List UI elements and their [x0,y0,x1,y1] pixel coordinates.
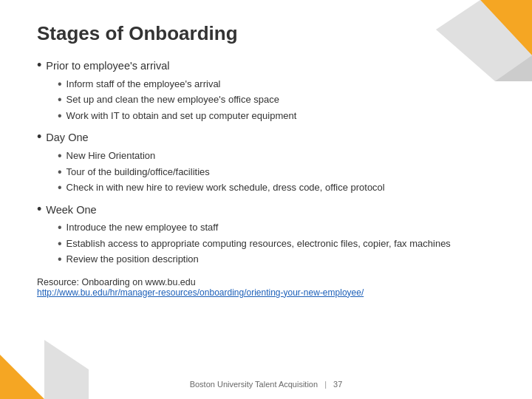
sub-item-1-3: • Work with IT to obtain and set up comp… [58,109,495,123]
bullet-dot-2: • [37,130,41,145]
footer: Boston University Talent Acquisition | 3… [0,380,532,389]
sub-item-2-2: • Tour of the building/office/facilities [58,165,495,180]
section-prior: • Prior to employee's arrival • Inform s… [37,58,495,123]
deco-bottom-left [0,332,89,399]
bullet-dot-1: • [37,58,41,73]
sub-item-2-1: • New Hire Orientation [58,149,495,163]
sub-item-1-2: • Set up and clean the new employee's of… [58,92,495,107]
section-day-one-header: • Day One [37,130,495,146]
sub-item-2-3: • Check in with new hire to review work … [58,180,495,195]
section-day-one-label: Day One [46,130,88,146]
sub-item-3-1: • Introduce the new employee to staff [58,220,495,235]
section-prior-header: • Prior to employee's arrival [37,58,495,75]
section-week-one-header: • Week One [37,202,495,219]
section-day-one-subitems: • New Hire Orientation • Tour of the bui… [58,149,495,195]
slide: Stages of Onboarding • Prior to employee… [0,0,532,399]
resource-label: Resource: Onboarding on www.bu.edu [37,277,495,287]
section-week-one-label: Week One [46,202,96,219]
resource-section: Resource: Onboarding on www.bu.edu http:… [37,277,495,298]
section-week-one-subitems: • Introduce the new employee to staff • … [58,220,495,267]
section-day-one: • Day One • New Hire Orientation • Tour … [37,130,495,194]
slide-title: Stages of Onboarding [37,22,495,45]
section-prior-subitems: • Inform staff of the employee's arrival… [58,77,495,123]
footer-page: 37 [333,380,342,389]
section-week-one: • Week One • Introduce the new employee … [37,202,495,267]
svg-marker-3 [0,355,44,399]
sub-item-1-1: • Inform staff of the employee's arrival [58,77,495,92]
bullet-dot-3: • [37,202,41,217]
content-area: • Prior to employee's arrival • Inform s… [37,58,495,267]
section-prior-label: Prior to employee's arrival [46,58,169,75]
deco-top-right [436,0,532,81]
footer-divider: | [324,380,327,389]
sub-item-3-3: • Review the position description [58,252,495,267]
svg-marker-4 [44,340,89,399]
sub-item-3-2: • Establish access to appropriate comput… [58,236,495,251]
resource-link[interactable]: http://www.bu.edu/hr/manager-resources/o… [37,287,364,298]
footer-text: Boston University Talent Acquisition [190,380,318,389]
